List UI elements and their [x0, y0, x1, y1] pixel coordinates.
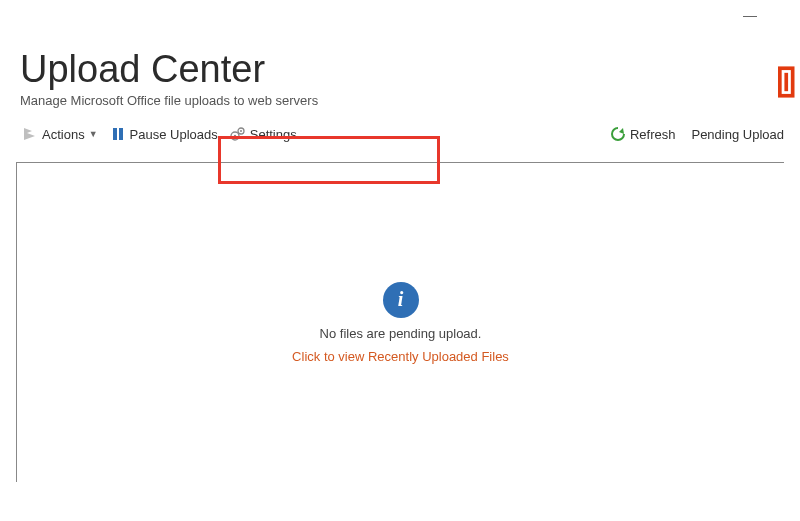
recent-files-link[interactable]: Click to view Recently Uploaded Files: [292, 349, 509, 364]
svg-rect-2: [784, 73, 788, 91]
flag-icon: [22, 126, 38, 142]
toolbar: Actions ▼ Pause Uploads Settings: [0, 112, 800, 154]
empty-state-message: No files are pending upload.: [320, 326, 482, 341]
actions-button[interactable]: Actions ▼: [16, 124, 104, 144]
page-title: Upload Center: [20, 48, 780, 91]
actions-label: Actions: [42, 127, 85, 142]
info-icon: i: [383, 282, 419, 318]
minimize-button[interactable]: —: [730, 7, 770, 23]
settings-label: Settings: [250, 127, 297, 142]
pause-button[interactable]: Pause Uploads: [104, 124, 224, 144]
refresh-button[interactable]: Refresh: [604, 124, 682, 144]
svg-rect-4: [119, 128, 123, 140]
refresh-label: Refresh: [630, 127, 676, 142]
header: Upload Center Manage Microsoft Office fi…: [0, 30, 800, 112]
window-titlebar: —: [0, 0, 800, 30]
page-subtitle: Manage Microsoft Office file uploads to …: [20, 93, 780, 108]
svg-rect-3: [113, 128, 117, 140]
pending-upload-label[interactable]: Pending Upload: [691, 127, 784, 142]
settings-button[interactable]: Settings: [224, 124, 303, 144]
pause-label: Pause Uploads: [130, 127, 218, 142]
svg-point-6: [234, 135, 236, 137]
chevron-down-icon: ▼: [89, 129, 98, 139]
file-list-area: i No files are pending upload. Click to …: [16, 162, 784, 482]
refresh-icon: [610, 126, 626, 142]
office-logo-icon: [778, 65, 800, 103]
svg-point-8: [240, 130, 242, 132]
pause-icon: [110, 126, 126, 142]
gear-icon: [230, 126, 246, 142]
